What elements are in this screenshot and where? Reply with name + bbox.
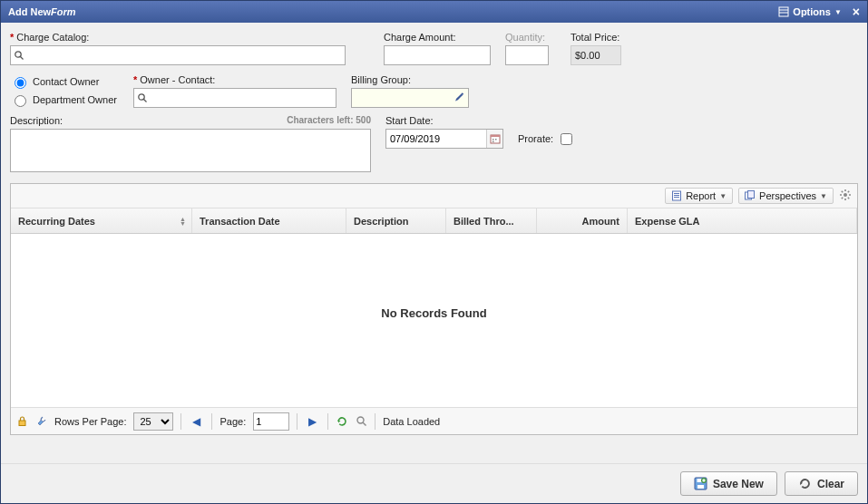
prorate-checkbox[interactable] [561, 133, 572, 145]
next-page-button[interactable]: ▶ [305, 415, 320, 428]
prev-page-button[interactable]: ◀ [189, 415, 204, 428]
report-icon [671, 190, 682, 201]
sort-icon: ▲▼ [180, 217, 186, 226]
grid-status-text: Data Loaded [383, 416, 440, 427]
grid-header: Recurring Dates ▲▼ Transaction Date Desc… [11, 208, 857, 234]
settings-button[interactable] [839, 189, 852, 203]
department-owner-radio[interactable]: Department Owner [10, 92, 119, 107]
lock-button[interactable] [16, 415, 28, 427]
svg-point-30 [357, 417, 364, 423]
characters-left-label: Characters left: 500 [287, 115, 371, 126]
col-expense-gla[interactable]: Expense GLA [628, 208, 857, 233]
no-records-text: No Records Found [381, 306, 486, 320]
owner-contact-label: *Owner - Contact: [133, 74, 336, 85]
billing-group-field: Billing Group: [351, 74, 469, 108]
svg-rect-0 [779, 7, 788, 16]
chevron-down-icon: ▼ [820, 192, 827, 200]
form-row-1: *Charge Catalog: Charge Amount: Quantity… [10, 32, 858, 65]
page-input[interactable] [253, 412, 289, 431]
svg-line-27 [848, 191, 849, 192]
description-input[interactable] [10, 129, 371, 172]
report-button[interactable]: Report ▼ [665, 188, 733, 204]
quantity-field: Quantity: [505, 32, 556, 65]
calendar-icon [490, 133, 501, 144]
perspectives-icon [745, 190, 756, 201]
total-price-field: Total Price: $0.00 [571, 32, 634, 65]
col-recurring-dates[interactable]: Recurring Dates ▲▼ [11, 208, 192, 233]
prorate-field: Prorate: [518, 131, 575, 148]
billing-group-label: Billing Group: [351, 74, 469, 85]
svg-line-25 [848, 198, 849, 199]
quantity-input [505, 45, 549, 65]
form-area: *Charge Catalog: Charge Amount: Quantity… [1, 23, 867, 178]
charge-catalog-label: *Charge Catalog: [10, 32, 346, 43]
chevron-down-icon: ▼ [719, 192, 727, 200]
wrench-button[interactable] [35, 415, 47, 427]
start-date-input[interactable] [386, 130, 486, 148]
owner-contact-input[interactable] [133, 88, 336, 108]
grid-panel: Report ▼ Perspectives ▼ Recurring Dates … [10, 183, 858, 435]
total-price-value: $0.00 [571, 45, 621, 65]
grid-horizontal-scrollbar[interactable] [11, 393, 857, 407]
charge-catalog-input[interactable] [10, 45, 346, 65]
rows-per-page-label: Rows Per Page: [54, 416, 126, 427]
col-transaction-date[interactable]: Transaction Date [192, 208, 346, 233]
perspectives-button[interactable]: Perspectives ▼ [738, 188, 834, 204]
col-amount[interactable]: Amount [537, 208, 628, 233]
window-title-prefix: Add New [8, 6, 51, 17]
svg-rect-11 [495, 139, 497, 141]
charge-amount-input [384, 45, 491, 65]
close-button[interactable]: × [853, 5, 860, 19]
contact-owner-radio[interactable]: Contact Owner [10, 74, 119, 89]
refresh-icon [336, 415, 348, 428]
svg-rect-10 [493, 139, 494, 141]
svg-rect-9 [491, 135, 500, 137]
owner-contact-field: *Owner - Contact: [133, 74, 336, 108]
svg-line-24 [842, 191, 843, 192]
start-date-input-wrap [385, 129, 503, 149]
bottom-bar: Save New Clear [1, 463, 867, 503]
zoom-button[interactable] [356, 415, 367, 427]
clear-button[interactable]: Clear [785, 471, 858, 496]
charge-amount-field: Charge Amount: [384, 32, 491, 65]
magnifier-icon [356, 415, 367, 427]
owner-type-group: Contact Owner Department Owner [10, 74, 119, 107]
page-label: Page: [219, 416, 246, 427]
svg-line-26 [842, 198, 843, 199]
col-billed-through[interactable]: Billed Thro... [446, 208, 537, 233]
options-menu[interactable]: Options ▼ [778, 6, 841, 17]
description-label: Description: [10, 115, 63, 126]
pencil-icon[interactable] [454, 92, 464, 104]
grid-toolbar: Report ▼ Perspectives ▼ [11, 184, 857, 208]
prorate-label: Prorate: [518, 133, 553, 144]
options-icon [778, 6, 789, 17]
start-date-label: Start Date: [385, 115, 575, 126]
titlebar: Add New Form Options ▼ × [1, 1, 867, 23]
form-row-3: Description: Characters left: 500 Start … [10, 115, 858, 174]
svg-marker-29 [338, 421, 341, 423]
svg-rect-34 [697, 485, 704, 489]
lock-icon [16, 415, 28, 427]
svg-rect-12 [493, 141, 494, 143]
window-title-suffix: Form [51, 6, 76, 17]
calendar-button[interactable] [486, 130, 502, 148]
dialog-window: Add New Form Options ▼ × *Charge Catalog… [0, 0, 868, 504]
col-description[interactable]: Description [346, 208, 446, 233]
quantity-label: Quantity: [505, 32, 556, 43]
svg-point-19 [844, 193, 847, 197]
svg-rect-28 [19, 421, 25, 426]
rows-per-page-select[interactable]: 25 [133, 412, 173, 431]
contact-owner-radio-input[interactable] [15, 77, 26, 89]
grid-body: No Records Found [11, 234, 857, 393]
wrench-icon [35, 415, 47, 427]
department-owner-radio-input[interactable] [15, 95, 26, 107]
clear-icon [798, 477, 812, 490]
refresh-button[interactable] [336, 415, 348, 428]
form-row-2: Contact Owner Department Owner *Owner - … [10, 74, 858, 108]
charge-catalog-field: *Charge Catalog: [10, 32, 346, 65]
chevron-down-icon: ▼ [834, 8, 842, 16]
charge-amount-label: Charge Amount: [384, 32, 491, 43]
billing-group-input[interactable] [351, 88, 469, 108]
save-new-button[interactable]: Save New [680, 471, 777, 496]
svg-marker-38 [800, 483, 803, 486]
